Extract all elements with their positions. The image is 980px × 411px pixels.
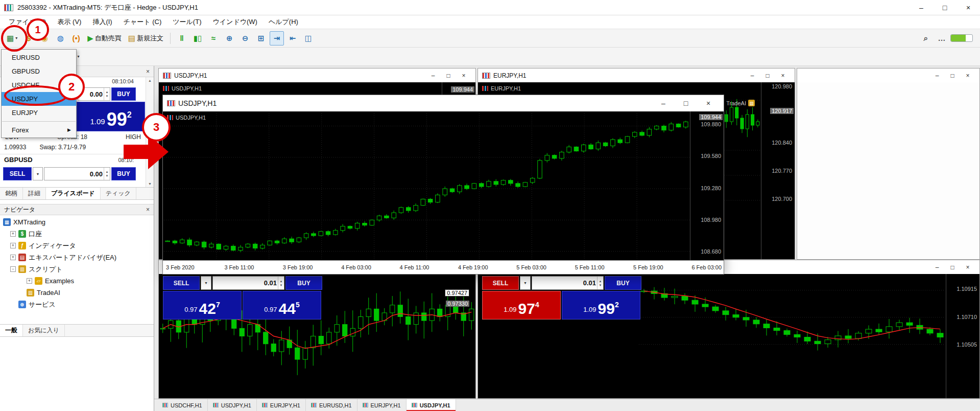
lot-size-input[interactable]: 0.00 ▲▼ [44,167,110,180]
minimize-button[interactable]: – [929,72,945,79]
symbol-option[interactable]: EURUSD [2,51,76,64]
close-button[interactable]: × [957,0,980,15]
maximize-button[interactable]: □ [945,264,960,271]
close-button[interactable]: × [960,264,975,271]
tree-item-tradeai[interactable]: ▥ TradeAI [0,287,154,299]
window-titlebar[interactable]: EURJPY,H1 – □ × [478,68,795,82]
menu-item[interactable]: ツール(T) [167,15,207,29]
chart-window-usdchf: 0.97427 0.97330 SELL ▼ 0.01 ▲▼ BUY 0.97 … [158,260,476,399]
line-chart-button[interactable]: ≈ [206,31,221,45]
tree-item-scripts[interactable]: - ▥ スクリプト [0,263,154,275]
big-sell-button[interactable]: 1.09 97 4 [482,291,561,319]
minimize-button[interactable]: – [425,72,441,79]
menu-item[interactable]: 挿入(I) [87,15,117,29]
scroll-down-icon[interactable]: ▼ [148,182,152,186]
lot-size-input[interactable]: 0.01 ▲▼ [532,276,604,290]
sell-button[interactable]: SELL [482,276,519,290]
zoom-in-button[interactable]: ⊕ [222,31,236,45]
candlestick-chart-button[interactable]: ▮▯ [190,31,205,45]
search-button[interactable]: ⌕ [919,31,933,45]
tile-windows-button[interactable]: ⊞ [254,31,268,45]
chart-shift-button[interactable]: ⇤ [285,31,300,45]
open-chart-window-button[interactable]: ◫ [301,31,316,45]
market-watch-tab[interactable]: プライスボード [46,188,101,199]
algo-trading-button[interactable]: ▶ 自動売買 [85,31,124,45]
market-watch-tab[interactable]: 詳細 [23,188,46,199]
signals-button[interactable]: (•) [69,31,83,45]
one-click-buy-button[interactable]: 1.09 99 2 [77,102,145,131]
expand-toggle[interactable]: + [10,243,16,248]
buy-button[interactable]: BUY [111,87,136,101]
market-watch-tab[interactable]: ティック [101,188,136,199]
minimize-button[interactable]: – [910,0,933,15]
lot-stepper[interactable]: ▲▼ [278,277,284,289]
buy-button[interactable]: BUY [285,276,322,290]
tree-item-experts[interactable]: + ▤ エキスパートアドバイザ(EA) [0,252,154,263]
maximize-button[interactable]: □ [945,72,960,79]
maximize-button[interactable]: □ [933,0,957,15]
community-button[interactable]: ◍ [53,31,67,45]
lot-stepper[interactable]: ▲▼ [104,168,110,180]
menu-item[interactable]: ウインドウ(W) [207,15,262,29]
sell-button[interactable]: SELL [3,167,32,180]
big-buy-button[interactable]: 1.09 99 2 [562,291,640,319]
minimize-button[interactable]: – [652,99,675,107]
market-watch-tab[interactable]: 銘柄 [0,188,23,199]
lot-size-input[interactable]: 0.01 ▲▼ [212,276,284,290]
chart-tab[interactable]: EURJPY,H1 [257,399,306,411]
expand-toggle[interactable]: + [10,231,16,237]
bar-chart-button[interactable]: ‖ [175,31,189,45]
symbol-option[interactable]: EURJPY [2,106,76,120]
zoom-out-button[interactable]: ⊖ [238,31,252,45]
order-type-combo[interactable]: ▼ [520,276,531,290]
big-buy-button[interactable]: 0.97 44 5 [243,291,321,319]
lot-stepper[interactable]: ▲▼ [104,88,110,100]
expand-toggle[interactable]: + [27,278,32,284]
close-icon[interactable]: × [146,68,150,75]
menu-item[interactable]: チャート (C) [118,15,168,29]
close-button[interactable]: × [456,72,471,79]
navigator-tab[interactable]: お気に入り [23,325,65,336]
minimize-button[interactable]: – [745,72,760,79]
candlestick-chart[interactable] [164,113,689,260]
sell-button[interactable]: SELL [163,276,200,290]
scroll-to-end-button[interactable]: ⇥ [270,31,284,45]
buy-button[interactable]: BUY [605,276,641,290]
order-type-combo[interactable]: ▼ [201,276,211,290]
maximize-button[interactable]: □ [675,99,697,107]
tree-item-examples[interactable]: + ▱ Examples [0,275,154,287]
scroll-up-icon[interactable]: ▲ [148,79,152,82]
chat-button[interactable]: … [935,31,949,45]
maximize-button[interactable]: □ [760,72,775,79]
candlestick-chart[interactable] [639,276,945,396]
tree-item-services[interactable]: ⊛ サービス [0,299,154,310]
close-button[interactable]: × [775,72,791,79]
window-titlebar[interactable]: USDJPY,H1 – □ × [163,95,724,111]
new-order-button[interactable]: ▤ 新規注文 [126,31,166,45]
tree-item-indicators[interactable]: + ƒ インディケータ [0,240,154,252]
chart-tab[interactable]: USDJPY,H1 [208,399,257,411]
lot-stepper[interactable]: ▲▼ [597,277,603,289]
connection-status[interactable] [950,34,973,42]
order-type-combo[interactable]: ▼ [33,167,43,180]
symbol-group-forex[interactable]: Forex ▶ [2,123,76,136]
close-button[interactable]: × [697,99,720,107]
tree-item-accounts[interactable]: + $ 口座 [0,228,154,240]
big-sell-button[interactable]: 0.97 42 7 [163,291,242,319]
expand-toggle[interactable]: - [10,266,16,272]
close-button[interactable]: × [960,72,975,79]
expand-toggle[interactable]: + [10,255,16,260]
navigator-tab[interactable]: 一般 [0,325,23,336]
chart-tab[interactable]: USDCHF,H1 [157,399,208,411]
chart-tab[interactable]: EURUSD,H1 [306,399,357,411]
tree-item-xmtrading[interactable]: ▦ XMTrading [0,216,154,228]
maximize-button[interactable]: □ [441,72,456,79]
chart-tab[interactable]: USDJPY,H1 [407,399,456,411]
minimize-button[interactable]: – [929,264,945,271]
chart-tab[interactable]: EURJPY,H1 [357,399,407,411]
menu-item[interactable]: ヘルプ(H) [263,15,304,29]
window-titlebar[interactable]: – □ × [797,68,979,82]
menu-item[interactable]: 表示 (V) [52,15,87,29]
window-titlebar[interactable]: USDJPY,H1 – □ × [159,68,475,82]
close-icon[interactable]: × [146,206,150,213]
